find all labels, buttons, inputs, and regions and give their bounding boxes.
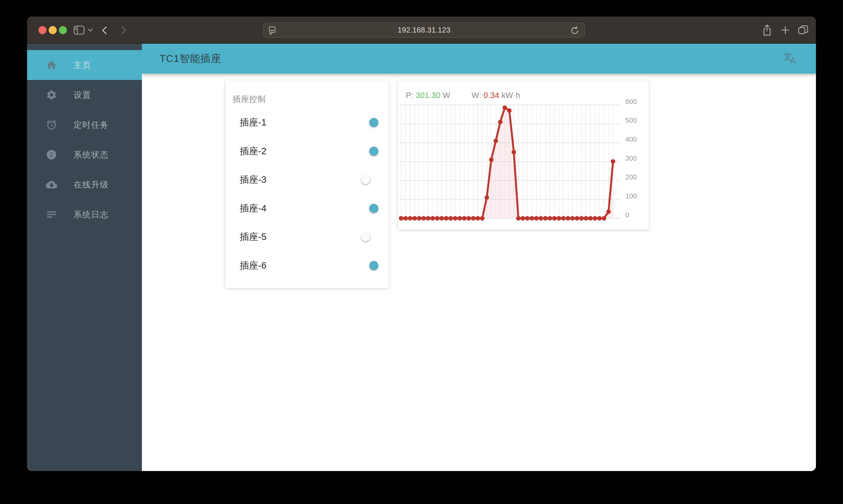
socket-card-title: 插座控制 bbox=[233, 94, 266, 105]
data-point bbox=[471, 216, 476, 221]
data-point bbox=[440, 216, 444, 221]
data-point bbox=[593, 216, 597, 221]
sidebar-item-label: 设置 bbox=[74, 89, 91, 101]
data-point bbox=[548, 216, 552, 221]
sidebar-item-system-status[interactable]: 系统状态 bbox=[27, 140, 142, 170]
socket-label: 插座-5 bbox=[240, 230, 361, 243]
data-point bbox=[525, 216, 530, 221]
sidebar-item-settings[interactable]: 设置 bbox=[27, 80, 142, 110]
power-line-chart: 0100200300400500600 bbox=[398, 80, 649, 230]
data-point bbox=[453, 216, 458, 221]
data-point bbox=[602, 216, 606, 221]
show-tabs-icon[interactable] bbox=[798, 25, 808, 35]
sidebar-item-label: 系统日志 bbox=[74, 209, 109, 220]
socket-row: 插座-3 bbox=[226, 165, 389, 194]
traffic-light-close[interactable] bbox=[38, 26, 47, 34]
data-point bbox=[458, 216, 462, 221]
socket-label: 插座-1 bbox=[240, 116, 361, 129]
socket-label: 插座-3 bbox=[240, 173, 361, 186]
y-axis-tick: 0 bbox=[625, 211, 629, 219]
data-point bbox=[579, 216, 584, 221]
traffic-light-zoom[interactable] bbox=[59, 26, 67, 34]
sidebar-item-schedule[interactable]: 定时任务 bbox=[27, 110, 142, 140]
socket-1-toggle[interactable] bbox=[361, 119, 378, 126]
data-point bbox=[530, 216, 534, 221]
sidebar-item-system-log[interactable]: 系统日志 bbox=[27, 200, 142, 230]
address-bar[interactable]: 192.168.31.123 bbox=[263, 22, 585, 38]
socket-row: 插座-1 bbox=[226, 108, 389, 137]
socket-2-toggle[interactable] bbox=[361, 148, 378, 154]
data-point bbox=[489, 158, 494, 162]
series-area bbox=[401, 108, 613, 218]
socket-label: 插座-4 bbox=[240, 202, 361, 215]
data-point bbox=[570, 216, 575, 221]
sidebar-item-label: 主页 bbox=[74, 59, 91, 71]
translate-icon[interactable]: 文 A bbox=[783, 52, 798, 67]
data-point bbox=[597, 216, 602, 221]
data-point bbox=[498, 120, 503, 124]
data-point bbox=[516, 216, 521, 221]
data-point bbox=[462, 216, 467, 221]
chevron-down-icon[interactable] bbox=[88, 29, 93, 32]
data-point bbox=[543, 216, 548, 221]
url-text: 192.168.31.123 bbox=[398, 26, 451, 34]
data-point bbox=[422, 216, 426, 221]
safari-window: 192.168.31.123 bbox=[27, 17, 816, 471]
data-point bbox=[611, 159, 615, 164]
web-page: 主页 设置 定时任务 系统状态 bbox=[27, 44, 816, 471]
sidebar-item-label: 系统状态 bbox=[74, 149, 109, 160]
socket-row: 插座-5 bbox=[226, 222, 389, 251]
home-icon bbox=[46, 59, 57, 71]
y-axis-tick: 500 bbox=[625, 116, 637, 124]
data-point bbox=[494, 139, 498, 143]
alarm-clock-icon bbox=[46, 119, 57, 130]
data-point bbox=[408, 216, 412, 221]
data-point bbox=[606, 210, 611, 214]
socket-label: 插座-2 bbox=[240, 145, 361, 158]
y-axis-tick: 400 bbox=[625, 136, 637, 143]
sidebar-item-label: 在线升级 bbox=[74, 179, 109, 190]
data-point bbox=[566, 216, 570, 221]
forward-icon[interactable] bbox=[121, 26, 127, 35]
appbar: TC1智能插座 文 A bbox=[142, 44, 816, 74]
data-point bbox=[476, 216, 480, 221]
socket-label: 插座-6 bbox=[240, 259, 361, 272]
sidebar-item-home[interactable]: 主页 bbox=[27, 50, 142, 80]
data-point bbox=[552, 216, 557, 221]
data-point bbox=[561, 216, 566, 221]
reload-icon[interactable] bbox=[570, 26, 579, 35]
log-lines-icon bbox=[46, 209, 57, 220]
data-point bbox=[403, 216, 408, 221]
socket-6-toggle[interactable] bbox=[361, 263, 378, 269]
y-axis-labels: 0100200300400500600 bbox=[625, 98, 637, 219]
socket-4-toggle[interactable] bbox=[361, 205, 378, 212]
page-settings-icon[interactable] bbox=[268, 26, 276, 35]
sidebar-item-online-upgrade[interactable]: 在线升级 bbox=[27, 170, 142, 200]
y-axis-tick: 200 bbox=[625, 173, 637, 181]
socket-5-toggle[interactable] bbox=[361, 234, 378, 240]
socket-row: 插座-4 bbox=[226, 194, 389, 222]
power-chart-card: P: 301.30 W W: 0.34 kW·h 010020030040050… bbox=[398, 80, 649, 230]
data-point bbox=[539, 216, 543, 221]
content: 插座控制 插座-1 插座-2 插座-3 插座-4 bbox=[142, 74, 816, 471]
data-point bbox=[412, 216, 417, 221]
data-point bbox=[449, 216, 453, 221]
data-point bbox=[588, 216, 593, 221]
y-axis-tick: 600 bbox=[625, 98, 637, 105]
share-icon[interactable] bbox=[762, 24, 772, 36]
sidebar-toggle-icon[interactable] bbox=[74, 25, 85, 35]
page-title: TC1智能插座 bbox=[160, 44, 221, 74]
socket-3-toggle[interactable] bbox=[361, 177, 378, 183]
back-icon[interactable] bbox=[102, 26, 107, 35]
traffic-light-minimize[interactable] bbox=[49, 26, 57, 34]
data-point bbox=[444, 216, 449, 221]
sidebar-item-label: 定时任务 bbox=[74, 119, 109, 130]
socket-row: 插座-2 bbox=[226, 137, 389, 165]
data-point bbox=[534, 216, 539, 221]
data-point bbox=[431, 216, 435, 221]
new-tab-icon[interactable] bbox=[781, 25, 790, 35]
data-point bbox=[426, 216, 431, 221]
data-point bbox=[584, 216, 588, 221]
socket-control-card: 插座控制 插座-1 插座-2 插座-3 插座-4 bbox=[226, 80, 389, 288]
data-point bbox=[399, 216, 403, 221]
